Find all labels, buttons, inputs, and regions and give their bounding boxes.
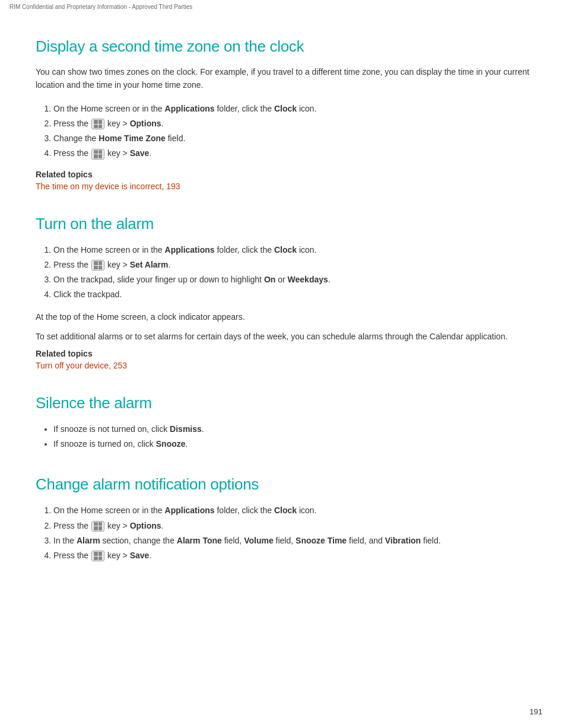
note-additional-alarms: To set additional alarms or to set alarm… (36, 330, 542, 343)
related-topics-label-2: Related topics (36, 349, 542, 358)
related-link-turn-on-alarm[interactable]: Turn off your device, 253 (36, 361, 127, 370)
section-display-timezone: Display a second time zone on the clock … (36, 37, 542, 191)
step-item: Press the key > Options. (53, 116, 542, 131)
page-number: 191 (529, 707, 542, 716)
step-item: Press the key > Set Alarm. (53, 257, 542, 272)
step-item: In the Alarm section, change the Alarm T… (53, 533, 542, 548)
step-item: On the trackpad, slide your finger up or… (53, 272, 542, 287)
steps-list-timezone: On the Home screen or in the Application… (53, 101, 542, 161)
step-item: Press the key > Save. (53, 548, 542, 563)
step-item: Click the trackpad. (53, 287, 542, 302)
note-clock-indicator: At the top of the Home screen, a clock i… (36, 310, 542, 323)
step-item: On the Home screen or in the Application… (53, 101, 542, 116)
step-item: Press the key > Options. (53, 519, 542, 533)
step-item: On the Home screen or in the Application… (53, 243, 542, 257)
section-title-turn-on-alarm: Turn on the alarm (36, 215, 542, 233)
confidential-header: RIM Confidential and Proprietary Informa… (0, 0, 578, 14)
bullet-item: If snooze is turned on, click Snooze. (53, 437, 542, 452)
section-title-timezone: Display a second time zone on the clock (36, 37, 542, 56)
related-topics-label-1: Related topics (36, 170, 542, 179)
section-change-alarm-notification: Change alarm notification options On the… (36, 475, 542, 563)
intro-text-timezone: You can show two times zones on the cloc… (36, 65, 542, 92)
steps-list-change-alarm: On the Home screen or in the Application… (53, 503, 542, 563)
bullet-item: If snooze is not turned on, click Dismis… (53, 422, 542, 437)
section-turn-on-alarm: Turn on the alarm On the Home screen or … (36, 215, 542, 371)
section-silence-alarm: Silence the alarm If snooze is not turne… (36, 394, 542, 452)
step-item: On the Home screen or in the Application… (53, 503, 542, 518)
silence-alarm-bullets: If snooze is not turned on, click Dismis… (53, 422, 542, 452)
steps-list-turn-on-alarm: On the Home screen or in the Application… (53, 243, 542, 303)
section-title-silence-alarm: Silence the alarm (36, 394, 542, 412)
step-item: Press the key > Save. (53, 146, 542, 161)
step-item: Change the Home Time Zone field. (53, 131, 542, 146)
related-link-timezone[interactable]: The time on my device is incorrect, 193 (36, 182, 180, 191)
section-title-change-alarm: Change alarm notification options (36, 475, 542, 494)
